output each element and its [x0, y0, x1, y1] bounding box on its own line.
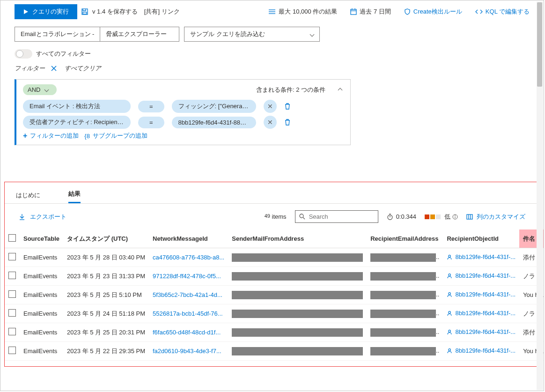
condition-value[interactable]: 8bb129fe-f6d4-431f-8872... — [172, 117, 256, 128]
cell-recipobj[interactable]: 8bb129fe-f6d4-431f-... — [443, 304, 519, 323]
create-rule-button[interactable]: Create検出ルール — [404, 7, 462, 16]
delete-condition-icon[interactable] — [284, 118, 291, 126]
header-sender[interactable]: SenderMailFromAddress — [228, 229, 367, 248]
collapse-panel-button[interactable] — [337, 84, 344, 95]
remove-value-button[interactable]: ✕ — [264, 116, 277, 129]
redacted-value — [232, 328, 363, 337]
logic-operator-pill[interactable]: AND — [23, 84, 57, 95]
play-icon — [23, 9, 29, 15]
cell-recipient: .. — [367, 248, 443, 267]
scope-right: 脅威エクスプローラー — [100, 27, 179, 41]
search-icon — [299, 214, 305, 220]
condition-row: Email イベント : 検出方法 = フィッシング: ["General fi… — [23, 100, 344, 113]
save-version-text[interactable]: v 1.4 を保存する — [92, 7, 138, 16]
cell-source: EmailEvents — [20, 342, 63, 361]
condition-summary: 含まれる条件: 2 つの条件 — [256, 86, 325, 94]
scope-select[interactable]: Emailとコラボレーション - 脅威エクスプローラー — [15, 27, 179, 42]
vertical-scrollbar[interactable] — [537, 1, 543, 390]
clear-filters-x-icon[interactable] — [51, 64, 59, 73]
header-recipient[interactable]: RecipientEmailAddress — [367, 229, 443, 248]
share-link[interactable]: [共有] リンク — [144, 7, 180, 16]
svg-point-26 — [449, 311, 451, 313]
run-query-button[interactable]: クエリの実行 — [15, 4, 77, 19]
table-row[interactable]: EmailEvents 2023 年 5 月 24 日 51:18 PM 552… — [5, 304, 544, 323]
cell-timestamp: 2023 年 5 月 24 日 51:18 PM — [63, 304, 149, 323]
save-icon[interactable] — [81, 8, 88, 15]
condition-field[interactable]: Email イベント : 検出方法 — [23, 100, 131, 113]
table-row[interactable]: EmailEvents 2023 年 5 月 22 日 29:35 PM fa2… — [5, 342, 544, 361]
row-checkbox[interactable] — [8, 309, 16, 317]
cell-recipobj[interactable]: 8bb129fe-f6d4-431f-... — [443, 342, 519, 361]
export-button[interactable]: エクスポート — [19, 213, 66, 221]
remove-value-button[interactable]: ✕ — [264, 100, 277, 113]
kql-edit-button[interactable]: KQL で編集する — [475, 7, 530, 16]
cell-nmid[interactable]: f6fac650-d48f-48cd-d1f... — [149, 323, 228, 342]
add-subgroup-button[interactable]: {8 サブグループの追加 — [84, 132, 147, 140]
cell-recipobj[interactable]: 8bb129fe-f6d4-431f-... — [443, 323, 519, 342]
table-row[interactable]: EmailEvents 2023 年 5 月 25 日 5:10 PM 5f3b… — [5, 286, 544, 304]
scrollbar-thumb[interactable] — [537, 2, 542, 87]
cell-recipobj[interactable]: 8bb129fe-f6d4-431f-... — [443, 267, 519, 286]
header-source[interactable]: SourceTable — [20, 229, 63, 248]
add-filter-button[interactable]: + フィルターの追加 — [23, 132, 79, 140]
results-toolbar: エクスポート 49 items 0:0.344 — [5, 204, 539, 229]
condition-field[interactable]: 受信者アクティビティ: RecipientObj... — [23, 116, 131, 129]
cell-nmid[interactable]: 971228df-ff42-478c-0f5... — [149, 267, 228, 286]
topbar: クエリの実行 v 1.4 を保存する [共有] リンク 最大 10,000 件の… — [0, 0, 544, 23]
row-checkbox[interactable] — [8, 290, 16, 298]
customize-columns-button[interactable]: 列のカスタマイズ — [466, 213, 525, 221]
filters-header: フィルター すべてクリア — [0, 62, 544, 77]
person-icon — [447, 254, 452, 260]
header-recipobj[interactable]: RecipientObjectId — [443, 229, 519, 248]
row-checkbox[interactable] — [8, 328, 16, 335]
cell-recipient: .. — [367, 323, 443, 342]
severity-indicator: 低 — [425, 213, 458, 221]
svg-rect-1 — [83, 12, 87, 14]
cell-recipient: .. — [367, 342, 443, 361]
condition-row: 受信者アクティビティ: RecipientObj... = 8bb129fe-f… — [23, 116, 344, 129]
cell-nmid[interactable]: 5526817a-bcb1-45df-76... — [149, 304, 228, 323]
tab-results[interactable]: 結果 — [68, 188, 81, 203]
cell-nmid[interactable]: 5f3b65c2-7bcb-42a1-4d... — [149, 286, 228, 304]
max-results[interactable]: 最大 10,000 件の結果 — [268, 7, 337, 16]
time-range[interactable]: 過去 7 日間 — [350, 7, 390, 16]
table-row[interactable]: EmailEvents 2023 年 5 月 23 日 31:33 PM 971… — [5, 267, 544, 286]
condition-value[interactable]: フィッシング: ["General filter"], Sp... — [172, 100, 256, 113]
search-input[interactable] — [295, 210, 378, 223]
person-icon — [447, 311, 452, 316]
delete-condition-icon[interactable] — [284, 103, 291, 110]
cell-source: EmailEvents — [20, 304, 63, 323]
stopwatch-icon — [387, 214, 393, 220]
row-checkbox[interactable] — [8, 272, 16, 279]
select-all-checkbox[interactable] — [8, 234, 16, 242]
header-nmid[interactable]: NetworkMessageId — [149, 229, 228, 248]
tab-getting-started[interactable]: はじめに — [16, 189, 40, 203]
row-checkbox[interactable] — [8, 347, 16, 354]
cell-sender — [228, 267, 367, 286]
clear-all-filters[interactable]: すべてクリア — [65, 64, 101, 73]
topbar-right: 最大 10,000 件の結果 過去 7 日間 Create検出ルール KQL で… — [268, 7, 530, 16]
redacted-value — [370, 253, 436, 262]
table-row[interactable]: EmailEvents 2023 年 5 月 25 日 20:31 PM f6f… — [5, 323, 544, 342]
cell-recipobj[interactable]: 8bb129fe-f6d4-431f-... — [443, 286, 519, 304]
condition-op[interactable]: = — [138, 117, 164, 128]
svg-point-25 — [449, 292, 451, 295]
table-row[interactable]: EmailEvents 2023 年 5 月 28 日 03:40 PM ca4… — [5, 248, 544, 267]
cell-nmid[interactable]: fa2d0610-9b43-4de3-f7... — [149, 342, 228, 361]
svg-line-13 — [303, 217, 305, 219]
results-table: SourceTable タイムスタンプ (UTC) NetworkMessage… — [5, 229, 544, 361]
sample-query-select[interactable]: サンプル クエリを読み込む — [184, 27, 320, 42]
cell-nmid[interactable]: ca476608-a776-438b-a8... — [149, 248, 228, 267]
condition-op[interactable]: = — [138, 101, 164, 112]
calendar-icon — [350, 8, 357, 15]
info-icon[interactable] — [452, 214, 458, 220]
all-filters-toggle[interactable] — [15, 49, 32, 59]
person-icon — [447, 348, 452, 354]
cell-sender — [228, 286, 367, 304]
cell-recipobj[interactable]: 8bb129fe-f6d4-431f-... — [443, 248, 519, 267]
cell-sender — [228, 342, 367, 361]
header-timestamp[interactable]: タイムスタンプ (UTC) — [63, 229, 149, 248]
search-field[interactable] — [308, 213, 374, 221]
cell-recipient: .. — [367, 267, 443, 286]
row-checkbox[interactable] — [8, 253, 16, 260]
